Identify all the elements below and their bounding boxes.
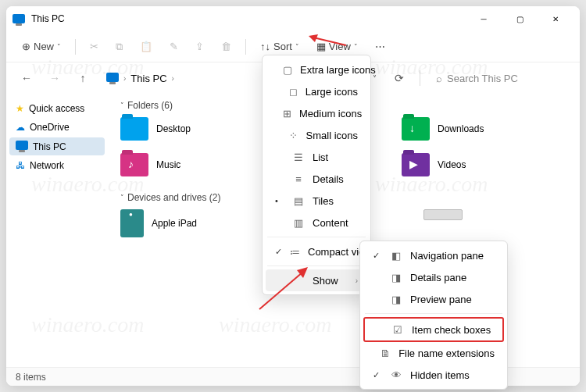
refresh-button[interactable]: ⟳ [388, 67, 410, 89]
titlebar: This PC ─ ▢ ✕ [6, 6, 580, 31]
share-icon: ⇪ [195, 41, 204, 52]
network-icon: 🖧 [16, 160, 25, 171]
show-submenu: ✓◧Navigation pane ◨Details pane ◨Preview… [359, 241, 508, 390]
sidebar-label: This PC [33, 141, 66, 152]
folder-icon: ↓ [402, 117, 430, 141]
grid-icon: ▢ [283, 63, 292, 76]
divider [245, 39, 246, 55]
menu-hidden-items[interactable]: ✓👁Hidden items [363, 364, 504, 386]
folder-label: Downloads [438, 123, 484, 134]
grid-icon: ⁘ [289, 129, 298, 141]
menu-file-name-extensions[interactable]: 🗎File name extensions [363, 342, 504, 364]
search-icon: ⌕ [436, 73, 442, 84]
ipad-icon: ● [120, 209, 144, 237]
drive-bar[interactable] [423, 209, 463, 220]
menu-show[interactable]: Show› [266, 269, 367, 291]
trash-icon: 🗑 [221, 41, 231, 52]
new-button[interactable]: ⊕ New ˅ [16, 37, 67, 55]
menu-small-icons[interactable]: ⁘Small icons [266, 124, 367, 146]
menu-extra-large-icons[interactable]: ▢Extra large icons [266, 59, 367, 80]
view-icon: ▦ [316, 41, 326, 52]
sidebar-item-this-pc[interactable]: This PC [9, 137, 105, 155]
folder-desktop[interactable]: Desktop [120, 117, 191, 141]
menu-large-icons[interactable]: ◻Large icons [266, 80, 367, 102]
folder-music[interactable]: ♪ Music [120, 153, 191, 176]
minimize-button[interactable]: ─ [466, 6, 502, 31]
pane-icon: ◨ [390, 293, 402, 305]
star-icon: ★ [16, 103, 24, 114]
sort-button[interactable]: ↑↓ Sort ˅ [254, 37, 306, 55]
folder-label: Desktop [156, 123, 191, 134]
menu-details-pane[interactable]: ◨Details pane [363, 266, 504, 288]
search-input[interactable]: ⌕ Search This PC [430, 69, 570, 87]
menu-navigation-pane[interactable]: ✓◧Navigation pane [363, 244, 504, 266]
copy-button[interactable]: ⧉ [109, 37, 129, 56]
divider [420, 70, 420, 86]
ellipsis-icon: ⋯ [375, 41, 385, 52]
menu-separator [365, 313, 502, 314]
chevron-down-icon: ˅ [295, 43, 299, 51]
up-button[interactable]: ↑ [72, 67, 94, 89]
folder-icon [120, 117, 148, 141]
menu-content[interactable]: ▥Content [266, 212, 367, 233]
sidebar-label: Quick access [29, 103, 84, 114]
more-button[interactable]: ⋯ [369, 37, 391, 55]
view-button[interactable]: ▦ View ˅ [310, 37, 364, 55]
view-label: View [329, 41, 351, 52]
menu-medium-icons[interactable]: ⊞Medium icons [266, 102, 367, 124]
tiles-icon: ▤ [292, 194, 305, 207]
menu-preview-pane[interactable]: ◨Preview pane [363, 288, 504, 310]
section-label: Folders (6) [127, 100, 173, 111]
chevron-right-icon: › [356, 276, 358, 285]
pane-icon: ◧ [390, 249, 402, 262]
sort-icon: ↑↓ [260, 41, 270, 52]
forward-button[interactable]: → [44, 67, 66, 89]
sort-label: Sort [273, 41, 292, 52]
eye-icon: 👁 [390, 369, 402, 381]
menu-details[interactable]: ≡Details [266, 168, 367, 190]
share-button[interactable]: ⇪ [189, 37, 210, 55]
check-icon: ✓ [275, 247, 282, 257]
device-ipad[interactable]: ● Apple iPad [120, 209, 197, 237]
checkbox-icon: ☑ [391, 323, 404, 336]
cloud-icon: ☁ [16, 122, 25, 133]
sidebar-item-onedrive[interactable]: ☁ OneDrive [9, 119, 105, 136]
section-label: Devices and drives (2) [127, 192, 220, 203]
close-button[interactable]: ✕ [538, 6, 573, 31]
paste-button[interactable]: 📋 [134, 37, 159, 55]
plus-icon: ⊕ [22, 41, 30, 52]
folder-videos[interactable]: ▶ Videos [402, 153, 484, 176]
folder-downloads[interactable]: ↓ Downloads [402, 117, 484, 141]
details-icon: ≡ [292, 173, 305, 185]
new-label: New [34, 41, 54, 52]
check-icon: • [275, 196, 284, 205]
cut-button[interactable]: ✂ [84, 37, 105, 55]
sidebar-label: OneDrive [30, 122, 70, 133]
sidebar-item-quick-access[interactable]: ★ Quick access [9, 100, 105, 117]
rename-button[interactable]: ✎ [163, 37, 184, 55]
file-icon: 🗎 [381, 347, 391, 359]
chevron-right-icon: › [123, 74, 126, 83]
menu-compact-view[interactable]: ✓≔Compact view [266, 241, 367, 262]
chevron-right-icon: › [172, 74, 174, 83]
check-icon: ✓ [373, 251, 382, 261]
list-icon: ☰ [292, 151, 305, 163]
back-button[interactable]: ← [16, 67, 38, 89]
rename-icon: ✎ [170, 41, 178, 52]
maximize-button[interactable]: ▢ [502, 6, 538, 31]
folder-icon: ♪ [120, 153, 148, 176]
delete-button[interactable]: 🗑 [215, 37, 238, 55]
window-title: This PC [31, 13, 466, 24]
pc-icon [13, 12, 25, 25]
chevron-down-icon: ˅ [354, 43, 358, 51]
breadcrumb-item[interactable]: This PC [130, 73, 166, 84]
pc-icon [106, 73, 119, 84]
sidebar-item-network[interactable]: 🖧 Network [9, 157, 105, 174]
paste-icon: 📋 [140, 41, 152, 52]
pc-icon [16, 141, 28, 152]
menu-list[interactable]: ☰List [266, 146, 367, 168]
chevron-down-icon: ˅ [57, 43, 61, 51]
menu-tiles[interactable]: •▤Tiles [266, 190, 367, 212]
window-controls: ─ ▢ ✕ [466, 6, 573, 31]
menu-item-check-boxes[interactable]: ☑Item check boxes [363, 317, 504, 342]
